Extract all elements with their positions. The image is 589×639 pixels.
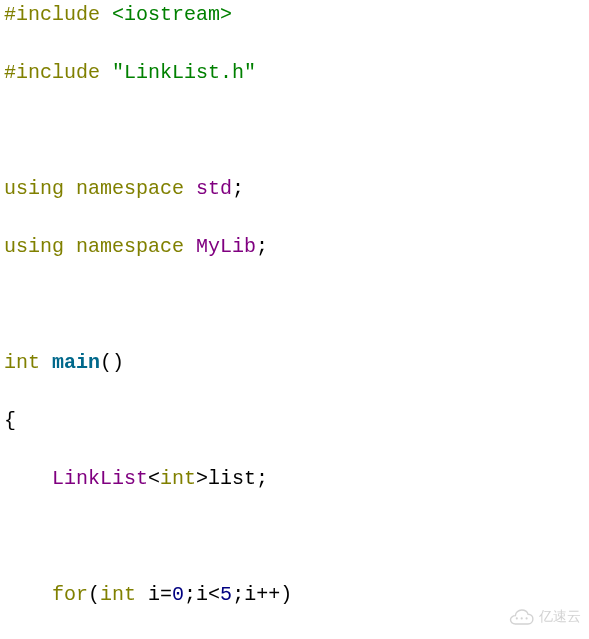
code-line: LinkList<int>list; xyxy=(0,464,589,493)
watermark-text: 亿速云 xyxy=(539,602,581,631)
code-token: ( xyxy=(88,583,100,606)
code-token xyxy=(64,177,76,200)
code-token: < xyxy=(148,467,160,490)
code-token: 0 xyxy=(172,583,184,606)
code-token: ;i++) xyxy=(232,583,292,606)
code-token: i= xyxy=(136,583,172,606)
code-token: for xyxy=(52,583,88,606)
svg-point-0 xyxy=(516,617,518,619)
code-token: std xyxy=(196,177,232,200)
code-line: { xyxy=(0,406,589,435)
cloud-icon xyxy=(507,608,535,626)
code-token: main xyxy=(52,351,100,374)
code-token: LinkList xyxy=(52,467,148,490)
code-token: 5 xyxy=(220,583,232,606)
code-token xyxy=(4,583,52,606)
code-line xyxy=(0,116,589,145)
code-line: for(int i=0;i<5;i++) xyxy=(0,580,589,609)
code-token: MyLib xyxy=(196,235,256,258)
code-token: <iostream> xyxy=(112,3,232,26)
code-token: using xyxy=(4,177,64,200)
code-token xyxy=(100,3,112,26)
code-token: using xyxy=(4,235,64,258)
code-token: #include xyxy=(4,3,100,26)
code-token: ;i< xyxy=(184,583,220,606)
code-token: int xyxy=(100,583,136,606)
code-token xyxy=(64,235,76,258)
code-token: { xyxy=(4,409,16,432)
code-token: ; xyxy=(232,177,244,200)
code-token: int xyxy=(160,467,196,490)
code-editor: #include <iostream> #include "LinkList.h… xyxy=(0,0,589,639)
code-token xyxy=(4,467,52,490)
code-token: ; xyxy=(256,235,268,258)
code-token xyxy=(184,235,196,258)
code-token: >list; xyxy=(196,467,268,490)
code-token xyxy=(40,351,52,374)
code-line: int main() xyxy=(0,348,589,377)
code-line: #include "LinkList.h" xyxy=(0,58,589,87)
code-token: namespace xyxy=(76,235,184,258)
code-line: using namespace std; xyxy=(0,174,589,203)
code-token: #include xyxy=(4,61,100,84)
code-line xyxy=(0,290,589,319)
watermark: 亿速云 xyxy=(507,602,581,631)
code-token: () xyxy=(100,351,124,374)
code-token xyxy=(184,177,196,200)
code-token xyxy=(100,61,112,84)
svg-point-1 xyxy=(521,617,523,619)
code-line: using namespace MyLib; xyxy=(0,232,589,261)
code-line xyxy=(0,522,589,551)
code-line: #include <iostream> xyxy=(0,0,589,29)
code-token: namespace xyxy=(76,177,184,200)
svg-point-2 xyxy=(526,617,528,619)
code-token: "LinkList.h" xyxy=(112,61,256,84)
code-token: int xyxy=(4,351,40,374)
